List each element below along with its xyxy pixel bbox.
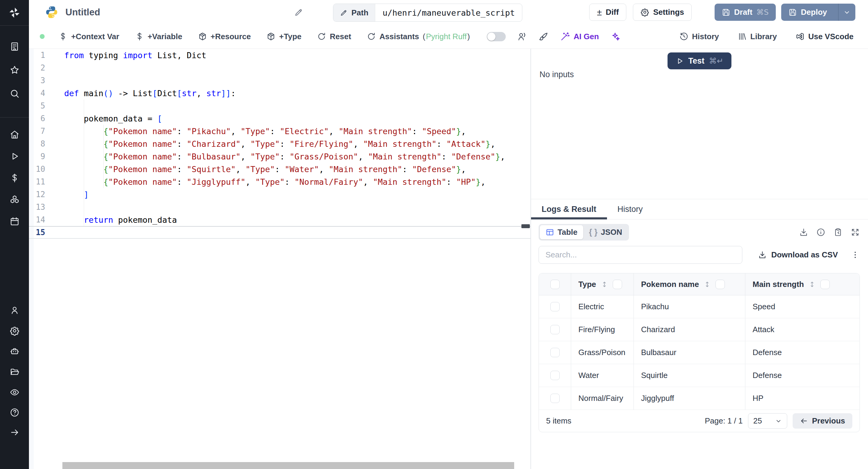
row-checkbox[interactable] xyxy=(550,302,560,311)
windmill-logo[interactable] xyxy=(0,0,29,26)
sidebar-robot-button[interactable] xyxy=(0,341,29,362)
toolbar-assistants-button[interactable]: Assistants(Pyright Ruff) xyxy=(367,32,470,41)
toolbar-library-button[interactable]: Library xyxy=(738,32,777,41)
language-status-dot xyxy=(40,34,44,39)
sidebar-user-button[interactable] xyxy=(0,300,29,320)
tab-logs-result[interactable]: Logs & Result xyxy=(531,199,607,219)
code-line-7: 7 {"Pokemon name": "Pikachu", "Type": "E… xyxy=(29,125,530,137)
edit-title-pencil-icon[interactable] xyxy=(294,8,303,17)
test-shortcut: ⌘↵ xyxy=(709,56,723,65)
line-number: 1 xyxy=(29,51,45,60)
table-row[interactable]: Grass/PoisonBulbasaurDefense xyxy=(539,341,860,364)
cell: Defense xyxy=(745,364,860,387)
sidebar-star-button[interactable] xyxy=(0,58,29,82)
column-label: Pokemon name xyxy=(641,280,699,289)
deploy-button[interactable]: Deploy xyxy=(781,4,834,21)
select-all-checkbox[interactable] xyxy=(550,280,560,289)
sidebar-search-button[interactable] xyxy=(0,82,29,105)
sparkles-icon xyxy=(610,32,620,41)
toolbar-item-label: History xyxy=(692,32,719,41)
toolbar-use-vscode-button[interactable]: Use VScode xyxy=(796,32,854,41)
draft-save-button[interactable]: Draft ⌘S xyxy=(715,4,776,21)
test-run-button[interactable]: Test ⌘↵ xyxy=(668,53,732,69)
download-result-icon[interactable] xyxy=(799,227,808,237)
toolbar-controls: AI Gen xyxy=(487,32,620,41)
sidebar-home-button[interactable] xyxy=(0,124,29,145)
toolbar-resource-button[interactable]: +Resource xyxy=(198,32,251,41)
settings-button[interactable]: Settings xyxy=(633,4,692,21)
column-filter-checkbox[interactable] xyxy=(820,280,830,289)
view-table-button[interactable]: Table xyxy=(540,225,583,239)
sort-icon[interactable] xyxy=(808,281,816,288)
ai-sparkles-button[interactable] xyxy=(610,32,620,41)
page-size-select[interactable]: 25 xyxy=(748,413,787,429)
toolbar-context-var-button[interactable]: +Context Var xyxy=(59,32,119,41)
info-icon[interactable] xyxy=(816,227,826,237)
sidebar-building-button[interactable] xyxy=(0,35,29,58)
diff-button[interactable]: ± Diff xyxy=(589,4,626,21)
table-row[interactable]: WaterSquirtleDefense xyxy=(539,364,860,387)
script-path-field[interactable]: Path u/henri/maneuverable_script xyxy=(333,4,522,22)
column-header-pokemon-name: Pokemon name xyxy=(633,273,745,295)
toolbar-item-label: +Variable xyxy=(148,32,182,41)
line-number: 15 xyxy=(29,228,45,237)
view-label: JSON xyxy=(601,227,622,237)
column-filter-checkbox[interactable] xyxy=(613,280,622,289)
kebab-menu-icon xyxy=(850,250,860,259)
calendar-icon xyxy=(10,216,20,226)
sidebar-boxes-button[interactable] xyxy=(0,189,29,210)
row-checkbox[interactable] xyxy=(550,325,560,334)
format-code-button[interactable] xyxy=(538,32,549,41)
previous-page-button[interactable]: Previous xyxy=(793,413,852,429)
table-footer: 5 items Page: 1 / 1 25 Previous xyxy=(539,410,860,432)
toolbar-variable-button[interactable]: +Variable xyxy=(135,32,182,41)
sidebar-play-button[interactable] xyxy=(0,145,29,167)
panel-resize-handle[interactable] xyxy=(521,224,530,228)
multiplayer-toggle[interactable] xyxy=(487,32,506,41)
table-menu-button[interactable] xyxy=(850,250,860,259)
copy-to-clipboard-icon[interactable] xyxy=(833,227,843,237)
expand-icon[interactable] xyxy=(850,227,860,237)
sidebar-eye-button[interactable] xyxy=(0,382,29,402)
sort-icon[interactable] xyxy=(601,281,608,288)
sort-icon[interactable] xyxy=(704,281,711,288)
horizontal-scrollbar-thumb[interactable] xyxy=(62,462,514,469)
view-json-button[interactable]: { }JSON xyxy=(583,225,628,239)
sidebar-arrow-right-button[interactable] xyxy=(0,422,29,442)
ai-gen-button[interactable]: AI Gen xyxy=(560,32,599,41)
sidebar-folder-button[interactable] xyxy=(0,362,29,382)
cell: Defense xyxy=(745,341,860,364)
eye-icon xyxy=(10,387,20,397)
multiplayer-users-button[interactable] xyxy=(517,32,527,41)
sidebar-help-button[interactable] xyxy=(0,402,29,422)
cell: Jigglypuff xyxy=(633,387,745,410)
table-row[interactable]: Normal/FairyJigglypuffHP xyxy=(539,387,860,410)
save-icon xyxy=(722,8,730,17)
code-editor[interactable]: 1from typing import List, Dict234def mai… xyxy=(29,49,530,469)
search-input[interactable] xyxy=(538,246,742,264)
tab-history[interactable]: History xyxy=(607,199,653,219)
toolbar-reset-button[interactable]: Reset xyxy=(317,32,351,41)
deploy-dropdown-button[interactable] xyxy=(838,4,855,21)
toolbar-history-button[interactable]: History xyxy=(679,32,719,41)
row-checkbox[interactable] xyxy=(550,371,560,380)
sidebar-calendar-button[interactable] xyxy=(0,210,29,232)
sidebar-dollar-button[interactable] xyxy=(0,167,29,189)
table-grid-icon xyxy=(546,228,554,237)
page-indicator: Page: 1 / 1 xyxy=(705,416,743,426)
sidebar-gear-button[interactable] xyxy=(0,320,29,341)
paren-close: ) xyxy=(467,32,470,41)
table-row[interactable]: ElectricPikachuSpeed xyxy=(539,295,860,318)
toolbar-type-button[interactable]: +Type xyxy=(267,32,301,41)
table-row[interactable]: Fire/FlyingCharizardAttack xyxy=(539,318,860,341)
row-checkbox[interactable] xyxy=(550,348,560,357)
column-filter-checkbox[interactable] xyxy=(715,280,725,289)
line-number: 13 xyxy=(29,202,45,212)
row-checkbox[interactable] xyxy=(550,394,560,403)
paintbrush-icon xyxy=(538,32,549,41)
topbar-actions: ± Diff Settings Draft ⌘S Deploy xyxy=(589,4,855,21)
toolbar-item-label: +Context Var xyxy=(71,32,119,41)
previous-label: Previous xyxy=(812,416,845,426)
code-line-3: 3 xyxy=(29,74,530,87)
download-csv-button[interactable]: Download as CSV xyxy=(758,250,838,259)
